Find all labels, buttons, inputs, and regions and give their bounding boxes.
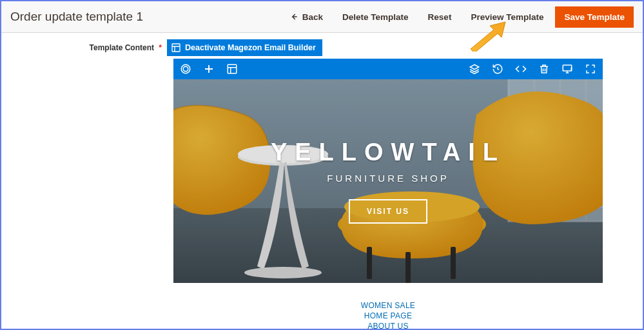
plus-icon[interactable] <box>203 63 215 75</box>
layout-tool-icon[interactable] <box>226 63 238 75</box>
preview-template-button[interactable]: Preview Template <box>463 7 551 27</box>
page-header: Order update template 1 Back Delete Temp… <box>1 1 643 33</box>
svg-rect-0 <box>172 44 180 52</box>
save-label: Save Template <box>564 12 625 22</box>
link-about-us[interactable]: ABOUT US <box>367 322 409 330</box>
hero-subtitle: FURNITURE SHOP <box>327 173 449 184</box>
template-content-field: Template Content * Deactivate Magezon Em… <box>1 33 643 56</box>
reset-label: Reset <box>428 12 452 22</box>
field-label: Template Content * <box>10 39 162 52</box>
svg-rect-3 <box>228 64 237 73</box>
email-builder: YELLOWTAIL FURNITURE SHOP VISIT US WOMEN… <box>173 59 603 330</box>
page-title: Order update template 1 <box>10 10 143 24</box>
arrow-left-icon <box>289 12 298 21</box>
deactivate-label: Deactivate Magezon Email Builder <box>185 43 316 52</box>
delete-template-button[interactable]: Delete Template <box>335 7 416 27</box>
history-icon[interactable] <box>492 63 503 75</box>
fullscreen-icon[interactable] <box>585 63 596 75</box>
visit-us-button[interactable]: VISIT US <box>349 199 427 224</box>
required-asterisk: * <box>159 43 162 52</box>
deactivate-builder-button[interactable]: Deactivate Magezon Email Builder <box>167 39 322 56</box>
save-template-button[interactable]: Save Template <box>555 6 634 28</box>
link-home-page[interactable]: HOME PAGE <box>364 311 413 320</box>
back-label: Back <box>302 12 323 22</box>
visit-us-label: VISIT US <box>367 207 409 216</box>
hero-title: YELLOWTAIL <box>271 139 505 166</box>
link-women-sale[interactable]: WOMEN SALE <box>361 301 415 310</box>
builder-toolbar <box>173 59 603 79</box>
desktop-icon[interactable] <box>561 63 573 75</box>
logo-icon[interactable] <box>180 63 191 75</box>
svg-point-2 <box>183 66 188 72</box>
layers-icon[interactable] <box>469 63 480 75</box>
preview-label: Preview Template <box>471 12 543 22</box>
hero-section: YELLOWTAIL FURNITURE SHOP VISIT US <box>173 79 603 283</box>
reset-button[interactable]: Reset <box>420 7 460 27</box>
code-icon[interactable] <box>515 63 527 75</box>
footer-links: WOMEN SALE HOME PAGE ABOUT US <box>173 301 603 330</box>
trash-icon[interactable] <box>538 63 550 75</box>
delete-label: Delete Template <box>342 12 409 22</box>
svg-point-1 <box>181 64 190 73</box>
svg-rect-4 <box>563 65 572 71</box>
back-button[interactable]: Back <box>282 7 331 27</box>
field-label-text: Template Content <box>90 43 154 52</box>
layout-icon <box>171 43 181 53</box>
